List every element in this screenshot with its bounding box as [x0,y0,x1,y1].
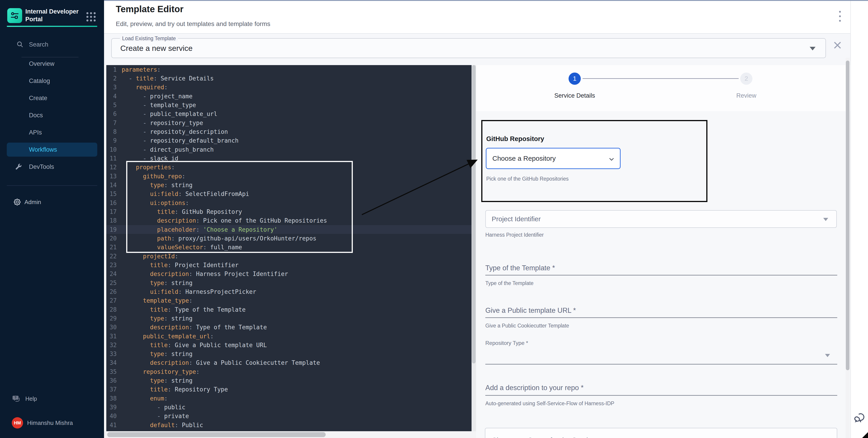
step-1-label: Service Details [529,92,620,99]
search-label: Search [29,41,49,48]
code-line-3: 3 required: [106,83,471,92]
sidebar-divider [7,185,97,186]
code-line-10: 10 - direct_push_branch [106,145,471,154]
sidebar-item-catalog[interactable]: Catalog [0,72,104,90]
app-title: Internal Developer Portal [25,8,84,23]
kebab-menu-icon[interactable] [835,11,844,25]
code-line-19: 19 placeholder: 'Choose a Repository' [106,225,471,234]
code-line-4: 4 - project_name [106,92,471,101]
yaml-code-editor[interactable]: 1parameters:2 - title: Service Details3 … [106,65,471,431]
code-line-29: 29 type: string [106,314,471,323]
code-line-5: 5 - template_type [106,101,471,109]
editor-horizontal-scrollbar[interactable] [104,431,476,438]
sidebar-item-overview[interactable]: Overview [0,55,104,72]
panel-scrollbar-thumb[interactable] [846,61,849,370]
sidebar-item-admin[interactable]: Admin [0,196,104,208]
sidebar-item-apis[interactable]: APIs [0,124,104,141]
code-line-42: 42 repositoty_description: [106,429,471,431]
clear-template-button[interactable] [832,40,843,50]
template-type-helper: Type of the Template [485,280,533,287]
sidebar-teal-divider [7,26,97,27]
chevron-down-icon [608,156,615,163]
repo-description-label: Add a description to your repo * [485,384,584,392]
code-line-24: 24 description: Harness Project Identifi… [106,270,471,278]
header: Template Editor Edit, preview, and try o… [104,1,851,33]
help-chat-icon: ? [12,394,21,404]
project-identifier-helper: Harness Project Identifier [485,232,544,238]
editor-vertical-scrollbar-thumb[interactable] [472,65,475,363]
editor-horizontal-scrollbar-thumb[interactable] [107,432,326,437]
search-icon [16,41,24,48]
corner-widget-fragment [862,432,868,438]
code-line-9: 9 - repository_default_branch [106,136,471,145]
sidebar-item-docs[interactable]: Docs [0,107,104,124]
sidebar-item-label: Create [29,95,47,102]
user-name: Himanshu Mishra [27,419,73,427]
repo-description-helper: Auto-generated using Self-Service-Flow o… [485,401,614,407]
repository-type-select[interactable] [485,364,837,365]
load-template-value: Create a new service [120,44,192,53]
code-line-30: 30 description: Type of the Template [106,323,471,332]
github-repository-select[interactable]: Choose a Repository [486,148,621,169]
code-line-39: 39 - public [106,403,471,411]
step-1-indicator: 1 [568,72,581,85]
load-template-label: Load Existing Template [120,35,178,42]
code-line-18: 18 description: Pick one of the GitHub R… [106,216,471,225]
code-line-34: 34 description: Give a Public Cookiecutt… [106,359,471,367]
code-line-8: 8 - repositoty_description [106,127,471,136]
template-type-label: Type of the Template * [485,264,555,272]
code-line-40: 40 - private [106,412,471,420]
template-url-input[interactable] [485,317,837,318]
project-identifier-value: Project Identifier [492,215,541,223]
code-line-20: 20 path: proxy/github-api/users/OrkoHunt… [106,234,471,243]
page-subtitle: Edit, preview, and try out templates and… [116,20,270,28]
code-lines: 1parameters:2 - title: Service Details3 … [106,65,471,431]
sidebar-item-label: Workflows [29,146,57,153]
sidebar-item-label: APIs [29,129,42,136]
sidebar-item-workflows[interactable]: Workflows [0,141,104,158]
code-line-7: 7 - repository_type [106,119,471,127]
template-url-helper: Give a Public Cookiecutter Template [485,323,569,329]
code-line-22: 22 projectId: [106,252,471,261]
code-line-25: 25 type: string [106,278,471,287]
sidebar-user[interactable]: HM Himanshu Mishra [0,416,104,430]
code-line-35: 35 repository_type: [106,367,471,376]
editor-vertical-scrollbar[interactable] [471,65,476,431]
support-chat-icon[interactable] [854,411,867,425]
dropdown-caret-icon [825,354,830,357]
sidebar-item-label: Docs [29,112,43,119]
template-type-input[interactable] [485,275,837,275]
code-line-16: 16 ui:options: [106,198,471,207]
admin-label: Admin [24,199,41,206]
code-line-32: 32 title: Give a Public template URL [106,341,471,349]
sidebar-item-help[interactable]: ? Help [0,392,104,405]
project-identifier-select[interactable]: Project Identifier [485,210,837,228]
help-label: Help [25,396,37,402]
sidebar-item-label: Catalog [29,77,50,85]
template-url-label: Give a Public template URL * [485,306,576,314]
load-existing-template-select[interactable]: Load Existing Template Create a new serv… [111,38,826,58]
sidebar-item-devtools[interactable]: DevTools [0,158,104,175]
code-line-31: 31 public_template_url: [106,332,471,341]
code-line-13: 13 github_repo: [106,172,471,180]
stepper-connector [583,78,739,79]
idp-logo[interactable] [7,8,22,23]
wrench-icon [14,163,22,171]
template-editor-page: Internal Developer Portal Search Overvie… [0,0,868,438]
code-line-17: 17 title: GitHub Repository [106,207,471,216]
service-owner-select[interactable]: Choose an Owner for the Service [485,428,837,438]
repo-description-input[interactable] [485,395,837,396]
code-line-6: 6 - public_template_url [106,110,471,119]
apps-grid-icon[interactable] [86,12,96,22]
github-repository-value: Choose a Repository [492,155,556,162]
sidebar-item-create[interactable]: Create [0,90,104,107]
code-line-28: 28 title: Type of the Template [106,305,471,314]
sidebar-search[interactable]: Search [0,38,104,51]
sidebar-item-label: DevTools [29,163,54,170]
code-line-26: 26 ui:field: HarnessProjectPicker [106,287,471,296]
code-line-14: 14 type: string [106,180,471,190]
step-2-indicator: 2 [740,72,752,85]
gear-icon [13,198,22,207]
code-line-36: 36 type: string [106,376,471,385]
code-line-12: 12 properties: [106,163,471,172]
